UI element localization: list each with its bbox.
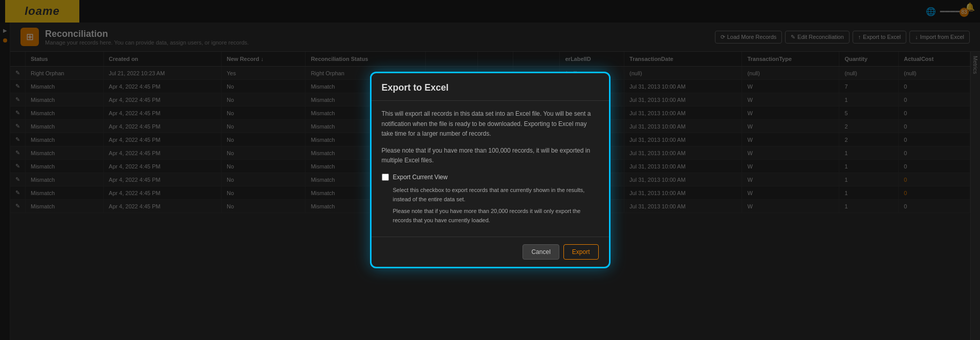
checkbox-desc2: Please note that if you have more than 2… [393, 207, 599, 225]
modal-note: Please note that if you have more than 1… [382, 146, 599, 165]
export-current-view-checkbox[interactable] [382, 174, 389, 181]
modal-description: This will export all records in this dat… [382, 109, 599, 139]
modal-title: Export to Excel [382, 82, 599, 93]
export-current-view-label[interactable]: Export Current View [393, 174, 448, 181]
cancel-button[interactable]: Cancel [522, 244, 559, 260]
export-modal: Export to Excel This will export all rec… [370, 72, 611, 268]
checkbox-desc1: Select this checkbox to export records t… [393, 186, 599, 204]
export-button[interactable]: Export [563, 244, 599, 260]
modal-footer: Cancel Export [372, 237, 609, 267]
modal-header: Export to Excel [372, 73, 609, 101]
modal-overlay: Export to Excel This will export all rec… [0, 0, 980, 340]
modal-body: This will export all records in this dat… [372, 101, 609, 236]
export-current-view-row: Export Current View [382, 174, 599, 181]
